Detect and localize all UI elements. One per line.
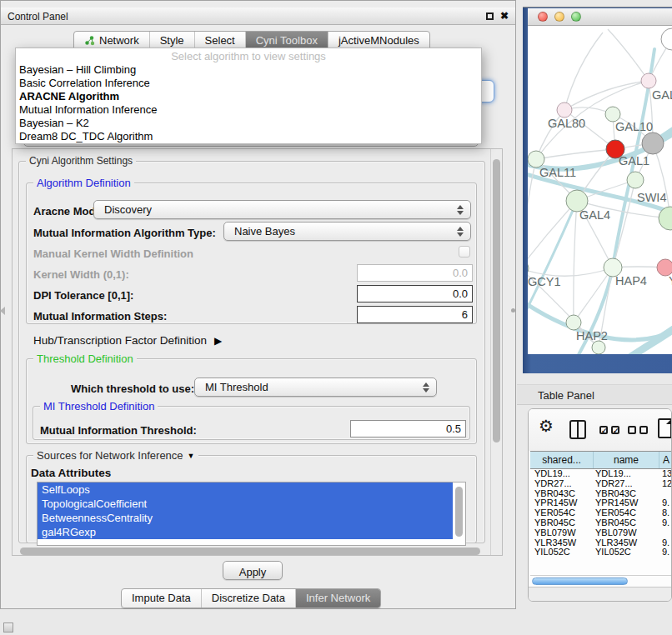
data-attributes-list[interactable]: SelfLoopsTopologicalCoefficientBetweenne…	[37, 482, 466, 546]
tab-discretize-data[interactable]: Discretize Data	[201, 589, 295, 608]
control-panel-title: Control Panel	[8, 11, 68, 22]
settings-horizontal-scrollbar-thumb[interactable]	[20, 548, 480, 555]
table-cell: 9.	[659, 498, 672, 508]
data-attribute-item[interactable]: BetweennessCentrality	[38, 511, 453, 525]
network-node-y[interactable]	[657, 259, 672, 276]
data-attribute-item[interactable]: gal4RGexp	[38, 525, 453, 539]
algorithm-option[interactable]: Bayesian – Hill Climbing	[16, 63, 481, 77]
network-node-label: GAL1	[619, 154, 649, 168]
table-row[interactable]: YLR345WYLR345W9.	[530, 538, 672, 548]
network-node-hap2[interactable]	[566, 315, 581, 330]
network-node[interactable]	[661, 28, 672, 50]
dpi-tolerance-field[interactable]: 0.0	[357, 285, 473, 302]
columns-icon[interactable]	[569, 420, 586, 439]
table-row[interactable]: YDL19...YDL19...13	[530, 469, 672, 479]
mi-algorithm-type-label: Mutual Information Algorithm Type:	[33, 227, 216, 239]
close-panel-icon[interactable]: ✖	[500, 10, 509, 22]
cyni-bottom-tabs: Impute DataDiscretize DataInfer Network	[121, 588, 381, 608]
table-horizontal-scrollbar-thumb[interactable]	[532, 578, 628, 585]
data-attribute-item[interactable]: TopologicalCoefficient	[38, 497, 453, 511]
network-node[interactable]	[592, 341, 605, 354]
column-header-shared[interactable]: shared...	[530, 452, 594, 468]
table-panel-box: ⚙ ✓✓ shared... name A YDL19...YDL19...13…	[528, 408, 672, 602]
screen: Control Panel ✖ NetworkStyleSelectCyni T…	[0, 0, 672, 635]
close-window-icon[interactable]	[538, 12, 548, 22]
splitter-handle-icon[interactable]	[511, 308, 515, 312]
table-row[interactable]: YER054CYER054C8.	[530, 508, 672, 518]
mi-steps-field[interactable]: 6	[357, 306, 473, 323]
manual-kernel-checkbox[interactable]	[459, 246, 470, 258]
apply-button[interactable]: Apply	[223, 561, 283, 580]
which-threshold-select[interactable]: MI Threshold	[194, 378, 437, 397]
float-window-icon[interactable]	[486, 12, 494, 20]
panel-grip-icon[interactable]	[3, 622, 13, 632]
table-cell: YIL052C	[530, 548, 594, 558]
settings-vertical-scrollbar-thumb[interactable]	[493, 159, 500, 442]
data-attribute-item[interactable]: SelfLoops	[38, 482, 453, 497]
algorithm-option[interactable]: Mutual Information Inference	[16, 103, 481, 117]
table-panel-header[interactable]: Table Panel	[517, 384, 672, 405]
network-canvas[interactable]: GALGAL80GAL10GAL1GAL11SWI4GAL4GCY1HAP4YH…	[528, 26, 672, 354]
network-view-titlebar[interactable]	[528, 8, 672, 26]
table-row[interactable]: YBL079WYBL079W	[530, 528, 672, 538]
algorithm-option[interactable]: Bayesian – K2	[16, 117, 481, 130]
table-cell: YDL19...	[594, 469, 659, 479]
algorithm-dropdown-popup: Select algorithm to view settings Bayesi…	[15, 48, 482, 144]
collapse-down-icon[interactable]: ▼	[188, 452, 195, 460]
algorithm-option[interactable]: ARACNE Algorithm	[16, 90, 481, 103]
algorithm-option[interactable]: Dream8 DC_TDC Algorithm	[16, 130, 481, 143]
table-toolbar: ⚙ ✓✓	[529, 409, 671, 451]
settings-vertical-scrollbar[interactable]	[490, 149, 502, 555]
network-node-gal11[interactable]	[528, 151, 544, 168]
mi-threshold-field[interactable]: 0.5	[350, 420, 466, 438]
table-cell: YBL079W	[530, 528, 594, 538]
threshold-definition-title: Threshold Definition	[33, 352, 137, 365]
spinner-arrows-icon	[422, 382, 430, 392]
select-all-checkboxes-icon[interactable]: ✓✓	[599, 426, 619, 434]
tab-infer-network[interactable]: Infer Network	[295, 589, 380, 608]
tab-label: Select	[205, 34, 235, 47]
column-header-name[interactable]: name	[594, 452, 659, 468]
table-row[interactable]: YBR043CYBR043C	[530, 489, 672, 499]
network-node-gal80[interactable]	[557, 102, 572, 118]
algorithm-option[interactable]: Basic Correlation Inference	[16, 77, 481, 90]
network-graph[interactable]: GALGAL80GAL10GAL1GAL11SWI4GAL4GCY1HAP4YH…	[528, 26, 672, 354]
expand-right-icon[interactable]: ▶	[214, 335, 222, 347]
spinner-arrows-icon	[456, 227, 464, 237]
table-rows: YDL19...YDL19...13YDR27...YDR27...12YBR0…	[530, 469, 672, 558]
network-node[interactable]	[642, 132, 664, 154]
network-node-gal[interactable]	[641, 73, 656, 88]
gear-icon[interactable]: ⚙	[539, 416, 554, 436]
table-row[interactable]: YDR27...YDR27...12	[530, 479, 672, 489]
network-node-swi4[interactable]	[627, 172, 644, 188]
network-node-label: GAL10	[615, 120, 653, 133]
sources-group-title[interactable]: Sources for Network Inference▼	[33, 449, 198, 462]
control-panel-titlebar[interactable]: Control Panel ✖	[1, 8, 515, 25]
network-node-gcy1[interactable]	[528, 260, 529, 277]
algorithm-dropdown-prompt: Select algorithm to view settings	[16, 48, 481, 63]
table-horizontal-scrollbar[interactable]	[530, 575, 672, 587]
table-cell: YBR043C	[530, 489, 594, 499]
attributes-scrollbar-thumb[interactable]	[455, 487, 463, 537]
table-cell: YBL079W	[594, 528, 659, 538]
table-row[interactable]: YPR145WYPR145W9.	[530, 498, 672, 508]
settings-horizontal-scrollbar[interactable]	[17, 546, 488, 557]
table-cell: YDR27...	[530, 479, 594, 489]
hub-definition-expander[interactable]: Hub/Transcription Factor Definition▶	[33, 332, 222, 348]
table-row[interactable]: YIL052CYIL052C9.	[530, 548, 672, 558]
table-cell: YLR345W	[530, 538, 594, 548]
deselect-all-checkboxes-icon[interactable]	[628, 426, 648, 434]
aracne-mode-select[interactable]: Discovery	[93, 200, 471, 219]
zoom-window-icon[interactable]	[571, 12, 581, 22]
export-table-file-icon[interactable]	[658, 418, 672, 438]
network-node-label: GAL11	[539, 166, 576, 179]
data-attributes-rows: SelfLoopsTopologicalCoefficientBetweenne…	[38, 482, 465, 539]
table-cell: YDR27...	[594, 479, 659, 489]
minimize-window-icon[interactable]	[554, 12, 564, 22]
tab-impute-data[interactable]: Impute Data	[122, 589, 201, 608]
collapse-left-icon[interactable]	[0, 307, 5, 315]
table-row[interactable]: YBR045CYBR045C9.	[530, 518, 672, 528]
column-header-partial[interactable]: A	[659, 452, 672, 468]
mi-algorithm-type-select[interactable]: Naive Bayes	[223, 222, 471, 241]
kernel-width-field[interactable]: 0.0	[357, 264, 473, 282]
